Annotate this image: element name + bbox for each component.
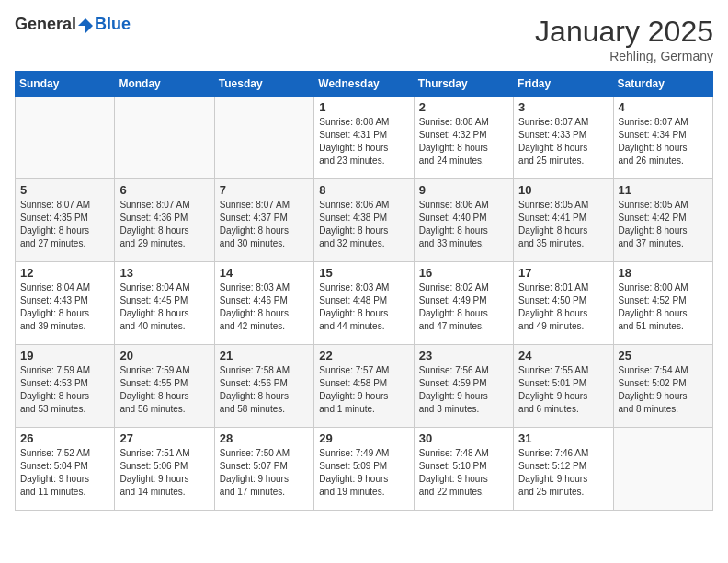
day-number: 8 — [319, 183, 408, 197]
cell-content: Sunrise: 7:57 AM Sunset: 4:58 PM Dayligh… — [319, 364, 408, 416]
day-number: 9 — [419, 183, 508, 197]
logo-blue: Blue — [95, 15, 131, 34]
calendar-cell: 16Sunrise: 8:02 AM Sunset: 4:49 PM Dayli… — [414, 262, 513, 345]
calendar-cell: 24Sunrise: 7:55 AM Sunset: 5:01 PM Dayli… — [514, 345, 613, 428]
logo: General Blue — [15, 15, 131, 35]
calendar-cell: 12Sunrise: 8:04 AM Sunset: 4:43 PM Dayli… — [16, 262, 115, 345]
weekday-header-wednesday: Wednesday — [314, 72, 414, 97]
calendar-cell: 5Sunrise: 8:07 AM Sunset: 4:35 PM Daylig… — [16, 179, 115, 262]
calendar-cell: 14Sunrise: 8:03 AM Sunset: 4:46 PM Dayli… — [214, 262, 313, 345]
cell-content: Sunrise: 7:52 AM Sunset: 5:04 PM Dayligh… — [20, 447, 109, 499]
weekday-header-sunday: Sunday — [16, 72, 115, 97]
weekday-header-friday: Friday — [514, 72, 613, 97]
title-area: January 2025 Rehling, Germany — [535, 15, 713, 63]
day-number: 14 — [220, 266, 309, 280]
calendar-cell: 21Sunrise: 7:58 AM Sunset: 4:56 PM Dayli… — [214, 345, 313, 428]
calendar-cell — [16, 97, 115, 179]
cell-content: Sunrise: 7:49 AM Sunset: 5:09 PM Dayligh… — [319, 447, 408, 499]
cell-content: Sunrise: 7:46 AM Sunset: 5:12 PM Dayligh… — [518, 447, 608, 499]
day-number: 12 — [20, 266, 109, 280]
cell-content: Sunrise: 7:59 AM Sunset: 4:53 PM Dayligh… — [20, 364, 109, 416]
cell-content: Sunrise: 8:06 AM Sunset: 4:38 PM Dayligh… — [319, 199, 408, 250]
cell-content: Sunrise: 7:55 AM Sunset: 5:01 PM Dayligh… — [518, 364, 608, 416]
day-number: 16 — [419, 266, 508, 280]
weekday-header-saturday: Saturday — [613, 72, 712, 97]
weekday-header-thursday: Thursday — [414, 72, 513, 97]
calendar-cell: 11Sunrise: 8:05 AM Sunset: 4:42 PM Dayli… — [613, 179, 712, 262]
day-number: 15 — [319, 266, 408, 280]
cell-content: Sunrise: 8:05 AM Sunset: 4:41 PM Dayligh… — [518, 199, 608, 250]
cell-content: Sunrise: 8:08 AM Sunset: 4:32 PM Dayligh… — [419, 116, 508, 167]
cell-content: Sunrise: 8:03 AM Sunset: 4:46 PM Dayligh… — [220, 282, 309, 333]
cell-content: Sunrise: 7:50 AM Sunset: 5:07 PM Dayligh… — [220, 447, 309, 499]
calendar-cell — [214, 97, 313, 179]
day-number: 5 — [20, 183, 109, 197]
cell-content: Sunrise: 8:07 AM Sunset: 4:34 PM Dayligh… — [619, 116, 708, 167]
calendar-subtitle: Rehling, Germany — [535, 49, 713, 63]
calendar-cell: 30Sunrise: 7:48 AM Sunset: 5:10 PM Dayli… — [414, 428, 513, 511]
calendar-cell: 27Sunrise: 7:51 AM Sunset: 5:06 PM Dayli… — [115, 428, 214, 511]
cell-content: Sunrise: 8:08 AM Sunset: 4:31 PM Dayligh… — [319, 116, 408, 167]
day-number: 1 — [319, 100, 408, 114]
cell-content: Sunrise: 8:04 AM Sunset: 4:43 PM Dayligh… — [20, 282, 109, 333]
day-number: 21 — [220, 349, 309, 362]
cell-content: Sunrise: 7:51 AM Sunset: 5:06 PM Dayligh… — [119, 447, 209, 499]
calendar-cell: 23Sunrise: 7:56 AM Sunset: 4:59 PM Dayli… — [414, 345, 513, 428]
calendar-cell: 10Sunrise: 8:05 AM Sunset: 4:41 PM Dayli… — [514, 179, 613, 262]
weekday-header-row: SundayMondayTuesdayWednesdayThursdayFrid… — [16, 72, 713, 97]
calendar-cell: 22Sunrise: 7:57 AM Sunset: 4:58 PM Dayli… — [314, 345, 414, 428]
calendar-title: January 2025 — [535, 15, 713, 49]
week-row-2: 5Sunrise: 8:07 AM Sunset: 4:35 PM Daylig… — [16, 179, 713, 262]
calendar-cell: 13Sunrise: 8:04 AM Sunset: 4:45 PM Dayli… — [115, 262, 214, 345]
day-number: 26 — [20, 431, 109, 445]
cell-content: Sunrise: 7:48 AM Sunset: 5:10 PM Dayligh… — [419, 447, 508, 499]
cell-content: Sunrise: 8:01 AM Sunset: 4:50 PM Dayligh… — [518, 282, 608, 333]
day-number: 11 — [619, 183, 708, 197]
cell-content: Sunrise: 7:54 AM Sunset: 5:02 PM Dayligh… — [619, 364, 708, 416]
week-row-3: 12Sunrise: 8:04 AM Sunset: 4:43 PM Dayli… — [16, 262, 713, 345]
calendar-cell — [613, 428, 712, 511]
day-number: 18 — [619, 266, 708, 280]
day-number: 24 — [518, 349, 608, 362]
day-number: 13 — [119, 266, 209, 280]
day-number: 27 — [119, 431, 209, 445]
cell-content: Sunrise: 8:00 AM Sunset: 4:52 PM Dayligh… — [619, 282, 708, 333]
cell-content: Sunrise: 8:05 AM Sunset: 4:42 PM Dayligh… — [619, 199, 708, 250]
cell-content: Sunrise: 8:02 AM Sunset: 4:49 PM Dayligh… — [419, 282, 508, 333]
calendar-cell: 18Sunrise: 8:00 AM Sunset: 4:52 PM Dayli… — [613, 262, 712, 345]
cell-content: Sunrise: 8:07 AM Sunset: 4:33 PM Dayligh… — [518, 116, 608, 167]
calendar-cell — [115, 97, 214, 179]
cell-content: Sunrise: 8:06 AM Sunset: 4:40 PM Dayligh… — [419, 199, 508, 250]
day-number: 30 — [419, 431, 508, 445]
day-number: 6 — [119, 183, 209, 197]
cell-content: Sunrise: 8:03 AM Sunset: 4:48 PM Dayligh… — [319, 282, 408, 333]
calendar-cell: 2Sunrise: 8:08 AM Sunset: 4:32 PM Daylig… — [414, 97, 513, 179]
day-number: 2 — [419, 100, 508, 114]
calendar-table: SundayMondayTuesdayWednesdayThursdayFrid… — [15, 71, 713, 511]
calendar-cell: 3Sunrise: 8:07 AM Sunset: 4:33 PM Daylig… — [514, 97, 613, 179]
day-number: 3 — [518, 100, 608, 114]
week-row-4: 19Sunrise: 7:59 AM Sunset: 4:53 PM Dayli… — [16, 345, 713, 428]
logo-general: General — [15, 15, 76, 33]
calendar-cell: 25Sunrise: 7:54 AM Sunset: 5:02 PM Dayli… — [613, 345, 712, 428]
calendar-cell: 4Sunrise: 8:07 AM Sunset: 4:34 PM Daylig… — [613, 97, 712, 179]
calendar-cell: 26Sunrise: 7:52 AM Sunset: 5:04 PM Dayli… — [16, 428, 115, 511]
calendar-cell: 20Sunrise: 7:59 AM Sunset: 4:55 PM Dayli… — [115, 345, 214, 428]
weekday-header-tuesday: Tuesday — [214, 72, 313, 97]
week-row-1: 1Sunrise: 8:08 AM Sunset: 4:31 PM Daylig… — [16, 97, 713, 179]
calendar-cell: 8Sunrise: 8:06 AM Sunset: 4:38 PM Daylig… — [314, 179, 414, 262]
day-number: 29 — [319, 431, 408, 445]
calendar-cell: 19Sunrise: 7:59 AM Sunset: 4:53 PM Dayli… — [16, 345, 115, 428]
calendar-cell: 28Sunrise: 7:50 AM Sunset: 5:07 PM Dayli… — [214, 428, 313, 511]
week-row-5: 26Sunrise: 7:52 AM Sunset: 5:04 PM Dayli… — [16, 428, 713, 511]
calendar-cell: 7Sunrise: 8:07 AM Sunset: 4:37 PM Daylig… — [214, 179, 313, 262]
calendar-cell: 9Sunrise: 8:06 AM Sunset: 4:40 PM Daylig… — [414, 179, 513, 262]
day-number: 25 — [619, 349, 708, 362]
calendar-cell: 31Sunrise: 7:46 AM Sunset: 5:12 PM Dayli… — [514, 428, 613, 511]
day-number: 31 — [518, 431, 608, 445]
day-number: 22 — [319, 349, 408, 362]
weekday-header-monday: Monday — [115, 72, 214, 97]
day-number: 19 — [20, 349, 109, 362]
cell-content: Sunrise: 8:07 AM Sunset: 4:36 PM Dayligh… — [119, 199, 209, 250]
calendar-cell: 17Sunrise: 8:01 AM Sunset: 4:50 PM Dayli… — [514, 262, 613, 345]
